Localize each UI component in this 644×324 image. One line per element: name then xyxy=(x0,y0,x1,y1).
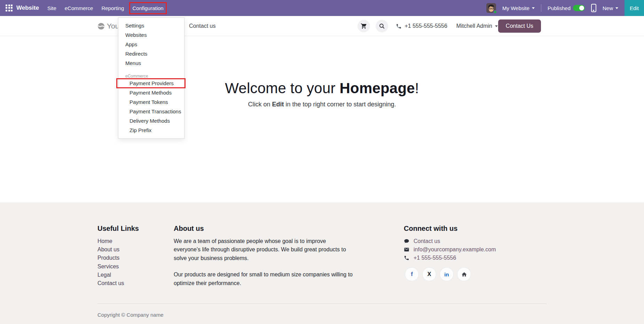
new-button[interactable]: New xyxy=(603,5,618,11)
odoo-website-page: Website Site eCommerce Reporting Configu… xyxy=(0,0,644,324)
header-phone-number: +1 555-555-5556 xyxy=(405,23,447,29)
menu-item-payment-tokens[interactable]: Payment Tokens xyxy=(118,97,184,107)
menu-item-apps[interactable]: Apps xyxy=(118,40,184,49)
footer-heading-useful-links: Useful Links xyxy=(97,225,139,233)
navbar-divider xyxy=(541,4,541,12)
footer-about-paragraph-2: Our products are designed for small to m… xyxy=(174,270,353,287)
website-switcher-label: My Website xyxy=(502,5,529,11)
social-facebook-button[interactable]: f xyxy=(405,268,418,281)
navbar-menu-reporting[interactable]: Reporting xyxy=(101,5,124,11)
x-twitter-icon: X xyxy=(427,271,431,277)
apps-grid-icon[interactable] xyxy=(6,5,13,12)
online-status-dot xyxy=(493,10,497,14)
copyright-text: Copyright © Company name xyxy=(97,312,163,318)
facebook-icon: f xyxy=(411,271,413,278)
footer-useful-links: Useful Links Home About us Products Serv… xyxy=(97,225,139,287)
footer-heading-about-us: About us xyxy=(174,225,353,233)
company-logo-icon xyxy=(97,23,105,30)
social-home-button[interactable] xyxy=(457,268,471,281)
footer-link-home[interactable]: Home xyxy=(97,237,139,245)
phone-icon xyxy=(396,23,402,29)
menu-item-menus[interactable]: Menus xyxy=(118,58,184,68)
footer-heading-connect: Connect with us xyxy=(404,225,496,233)
published-label: Published xyxy=(548,5,571,11)
chevron-down-icon xyxy=(495,25,498,27)
social-linkedin-button[interactable]: in xyxy=(440,268,453,281)
header-actions: +1 555-555-5556 Mitchell Admin xyxy=(358,16,498,36)
page-title: Welcome to your Homepage! xyxy=(0,80,644,97)
website-switcher[interactable]: My Website xyxy=(502,5,535,11)
footer-phone-link[interactable]: +1 555-555-5556 xyxy=(404,254,496,262)
menu-item-delivery-methods[interactable]: Delivery Methods xyxy=(118,116,184,125)
search-icon xyxy=(379,23,385,29)
footer-contact-link[interactable]: Contact us xyxy=(404,237,496,245)
header-phone[interactable]: +1 555-555-5556 xyxy=(396,23,447,29)
footer-link-products[interactable]: Products xyxy=(97,254,139,262)
published-group: Published xyxy=(548,5,585,11)
search-button[interactable] xyxy=(376,20,388,32)
site-header: You Contact us +1 555-555-5556 Mit xyxy=(0,16,644,36)
footer-email-link[interactable]: info@yourcompany.example.com xyxy=(404,245,496,254)
footer-link-legal[interactable]: Legal xyxy=(97,271,139,279)
footer-about-paragraph-1: We are a team of passionate people whose… xyxy=(174,237,353,262)
navbar-menus: Site eCommerce Reporting Configuration xyxy=(47,5,164,11)
footer-about: About us We are a team of passionate peo… xyxy=(174,225,353,287)
navbar-menu-ecommerce[interactable]: eCommerce xyxy=(65,5,93,11)
navbar-right-group: My Website Published New Edit xyxy=(486,0,644,16)
phone-icon xyxy=(404,255,409,261)
footer-link-contact-us[interactable]: Contact us xyxy=(97,279,139,287)
footer-link-about-us[interactable]: About us xyxy=(97,245,139,254)
menu-item-payment-transactions[interactable]: Payment Transactions xyxy=(118,107,184,116)
configuration-dropdown: Settings Websites Apps Redirects Menus e… xyxy=(118,17,184,139)
dropdown-section-ecommerce: eCommerce xyxy=(118,71,184,79)
mobile-preview-icon[interactable] xyxy=(591,4,596,12)
cart-button[interactable] xyxy=(358,20,370,32)
footer-divider xyxy=(97,303,547,304)
linkedin-icon: in xyxy=(444,272,449,277)
app-name[interactable]: Website xyxy=(16,5,39,11)
chevron-down-icon xyxy=(532,7,535,9)
user-menu[interactable]: Mitchell Admin xyxy=(456,23,498,29)
published-toggle[interactable] xyxy=(573,5,585,11)
top-navbar: Website Site eCommerce Reporting Configu… xyxy=(0,0,644,16)
home-icon xyxy=(461,272,467,277)
navbar-menu-configuration[interactable]: Configuration xyxy=(132,5,163,11)
menu-item-payment-methods[interactable]: Payment Methods xyxy=(118,88,184,97)
site-logo-text: You xyxy=(107,22,119,30)
user-avatar[interactable] xyxy=(486,3,496,13)
navbar-left-group: Website Site eCommerce Reporting Configu… xyxy=(0,5,164,12)
menu-item-redirects[interactable]: Redirects xyxy=(118,49,184,58)
footer-social-row: f X in xyxy=(405,268,471,281)
social-x-button[interactable]: X xyxy=(423,268,436,281)
footer-connect: Connect with us Contact us info@yourcomp… xyxy=(404,225,496,262)
menu-item-settings[interactable]: Settings xyxy=(118,21,184,30)
new-button-label: New xyxy=(603,5,613,11)
site-logo[interactable]: You xyxy=(97,16,119,36)
menu-item-payment-providers[interactable]: Payment Providers xyxy=(118,79,184,88)
main-content: Welcome to your Homepage! Click on Edit … xyxy=(0,36,644,108)
menu-item-websites[interactable]: Websites xyxy=(118,30,184,40)
page-subtitle: Click on Edit in the top right corner to… xyxy=(0,101,644,108)
site-footer: Useful Links Home About us Products Serv… xyxy=(0,202,644,324)
chat-icon xyxy=(404,238,409,244)
header-nav-contact-us[interactable]: Contact us xyxy=(189,16,215,36)
footer-link-services[interactable]: Services xyxy=(97,262,139,271)
menu-item-zip-prefix[interactable]: Zip Prefix xyxy=(118,125,184,135)
user-menu-label: Mitchell Admin xyxy=(456,23,492,29)
cart-icon xyxy=(361,23,367,29)
chevron-down-icon xyxy=(615,7,618,9)
navbar-menu-site[interactable]: Site xyxy=(47,5,56,11)
envelope-icon xyxy=(404,247,409,252)
edit-button[interactable]: Edit xyxy=(625,0,644,16)
contact-us-button[interactable]: Contact Us xyxy=(498,19,541,33)
